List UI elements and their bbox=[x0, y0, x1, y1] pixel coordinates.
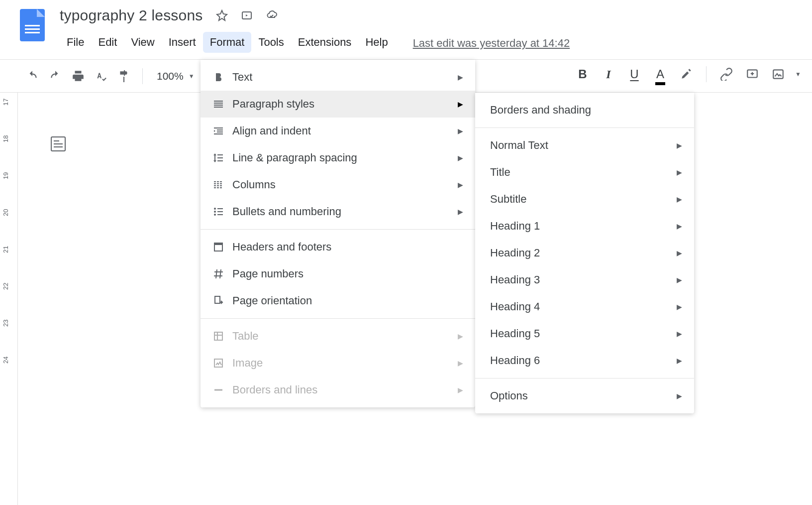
insert-image-button[interactable] bbox=[766, 64, 790, 85]
zoom-select[interactable]: 100% ▼ bbox=[151, 70, 201, 82]
menu-item-subtitle[interactable]: Subtitle ▶ bbox=[475, 186, 694, 213]
image-icon bbox=[212, 357, 232, 369]
orientation-icon bbox=[212, 295, 232, 307]
menu-item-columns[interactable]: Columns ▶ bbox=[201, 171, 475, 198]
menu-item-normal-text[interactable]: Normal Text ▶ bbox=[475, 132, 694, 159]
svg-rect-9 bbox=[214, 332, 222, 340]
chevron-right-icon: ▶ bbox=[458, 100, 463, 108]
underline-button[interactable]: U bbox=[622, 64, 646, 85]
format-dropdown-menu: Text ▶ Paragraph styles ▶ Align and inde… bbox=[201, 60, 475, 407]
menu-item-table: Table ▶ bbox=[201, 323, 475, 350]
menu-item-borders-lines: Borders and lines ▶ bbox=[201, 377, 475, 403]
menu-item-heading-1[interactable]: Heading 1 ▶ bbox=[475, 213, 694, 240]
menu-divider bbox=[475, 378, 694, 379]
spellcheck-button[interactable] bbox=[91, 66, 111, 87]
menu-item-heading-4[interactable]: Heading 4 ▶ bbox=[475, 293, 694, 320]
menu-item-heading-6[interactable]: Heading 6 ▶ bbox=[475, 347, 694, 374]
toolbar-right: B I U A ▼ bbox=[571, 64, 804, 85]
image-dropdown-button[interactable]: ▼ bbox=[792, 64, 804, 85]
indent-icon bbox=[212, 125, 232, 137]
redo-button[interactable] bbox=[45, 66, 66, 87]
menu-item-heading-2[interactable]: Heading 2 ▶ bbox=[475, 240, 694, 266]
menu-item-text[interactable]: Text ▶ bbox=[201, 64, 475, 91]
undo-button[interactable] bbox=[22, 66, 43, 87]
menu-insert[interactable]: Insert bbox=[162, 32, 203, 53]
menu-item-title[interactable]: Title ▶ bbox=[475, 159, 694, 186]
menu-item-align-indent[interactable]: Align and indent ▶ bbox=[201, 118, 475, 144]
document-outline-icon[interactable] bbox=[51, 136, 66, 151]
title-area: typography 2 lessons File Edit View Inse… bbox=[60, 5, 570, 53]
chevron-right-icon: ▶ bbox=[458, 359, 463, 367]
svg-rect-10 bbox=[214, 359, 222, 367]
table-icon bbox=[212, 330, 232, 342]
line-spacing-icon bbox=[212, 152, 232, 164]
menu-item-heading-5[interactable]: Heading 5 ▶ bbox=[475, 320, 694, 347]
menu-help[interactable]: Help bbox=[358, 32, 395, 53]
toolbar-separator bbox=[706, 66, 707, 82]
menu-item-page-numbers[interactable]: Page numbers bbox=[201, 260, 475, 287]
svg-point-5 bbox=[214, 214, 216, 216]
menu-divider bbox=[201, 229, 475, 230]
menu-item-image: Image ▶ bbox=[201, 350, 475, 377]
move-icon[interactable] bbox=[241, 9, 253, 21]
highlight-color-button[interactable] bbox=[674, 64, 698, 85]
chevron-right-icon: ▶ bbox=[677, 141, 682, 149]
header: typography 2 lessons File Edit View Inse… bbox=[0, 0, 812, 60]
columns-icon bbox=[212, 179, 232, 191]
menu-tools[interactable]: Tools bbox=[251, 32, 291, 53]
menu-item-heading-3[interactable]: Heading 3 ▶ bbox=[475, 266, 694, 293]
menu-divider bbox=[201, 318, 475, 319]
paragraph-styles-submenu: Borders and shading Normal Text ▶ Title … bbox=[475, 93, 694, 413]
caret-down-icon: ▼ bbox=[189, 73, 195, 80]
chevron-right-icon: ▶ bbox=[677, 222, 682, 230]
chevron-right-icon: ▶ bbox=[458, 386, 463, 394]
menu-format[interactable]: Format bbox=[203, 32, 252, 53]
add-comment-button[interactable] bbox=[740, 64, 764, 85]
star-icon[interactable] bbox=[216, 9, 228, 21]
header-footer-icon bbox=[212, 241, 232, 253]
menubar: File Edit View Insert Format Tools Exten… bbox=[60, 32, 570, 53]
menu-item-page-orientation[interactable]: Page orientation bbox=[201, 287, 475, 314]
menu-edit[interactable]: Edit bbox=[91, 32, 124, 53]
menu-divider bbox=[475, 127, 694, 128]
svg-rect-8 bbox=[215, 296, 220, 303]
menu-item-line-spacing[interactable]: Line & paragraph spacing ▶ bbox=[201, 144, 475, 171]
italic-button[interactable]: I bbox=[597, 64, 620, 85]
svg-point-3 bbox=[214, 208, 216, 210]
menu-item-options[interactable]: Options ▶ bbox=[475, 382, 694, 409]
last-edit-info[interactable]: Last edit was yesterday at 14:42 bbox=[413, 35, 570, 50]
chevron-right-icon: ▶ bbox=[677, 168, 682, 176]
bullets-icon bbox=[212, 206, 232, 218]
hash-icon bbox=[212, 268, 232, 280]
bold-icon bbox=[212, 71, 232, 83]
svg-rect-7 bbox=[214, 243, 222, 245]
line-icon bbox=[212, 384, 232, 396]
paint-format-button[interactable] bbox=[113, 66, 134, 87]
menu-file[interactable]: File bbox=[60, 32, 91, 53]
chevron-right-icon: ▶ bbox=[677, 357, 682, 365]
chevron-right-icon: ▶ bbox=[677, 392, 682, 400]
text-color-button[interactable]: A bbox=[648, 64, 672, 85]
chevron-right-icon: ▶ bbox=[677, 303, 682, 311]
menu-view[interactable]: View bbox=[124, 32, 161, 53]
menu-extensions[interactable]: Extensions bbox=[291, 32, 359, 53]
print-button[interactable] bbox=[68, 66, 89, 87]
chevron-right-icon: ▶ bbox=[677, 249, 682, 257]
docs-logo-icon[interactable] bbox=[20, 9, 45, 41]
chevron-right-icon: ▶ bbox=[677, 330, 682, 338]
chevron-right-icon: ▶ bbox=[458, 127, 463, 135]
chevron-right-icon: ▶ bbox=[458, 181, 463, 189]
menu-item-bullets-numbering[interactable]: Bullets and numbering ▶ bbox=[201, 198, 475, 225]
menu-item-headers-footers[interactable]: Headers and footers bbox=[201, 234, 475, 260]
insert-link-button[interactable] bbox=[714, 64, 738, 85]
chevron-right-icon: ▶ bbox=[458, 332, 463, 340]
chevron-right-icon: ▶ bbox=[677, 195, 682, 203]
chevron-right-icon: ▶ bbox=[458, 208, 463, 216]
cloud-status-icon[interactable] bbox=[266, 9, 278, 21]
bold-button[interactable]: B bbox=[571, 64, 595, 85]
document-title[interactable]: typography 2 lessons bbox=[60, 7, 203, 24]
zoom-value: 100% bbox=[157, 70, 184, 82]
menu-item-paragraph-styles[interactable]: Paragraph styles ▶ bbox=[201, 91, 475, 118]
svg-point-4 bbox=[214, 211, 216, 213]
menu-item-borders-shading[interactable]: Borders and shading bbox=[475, 97, 694, 124]
